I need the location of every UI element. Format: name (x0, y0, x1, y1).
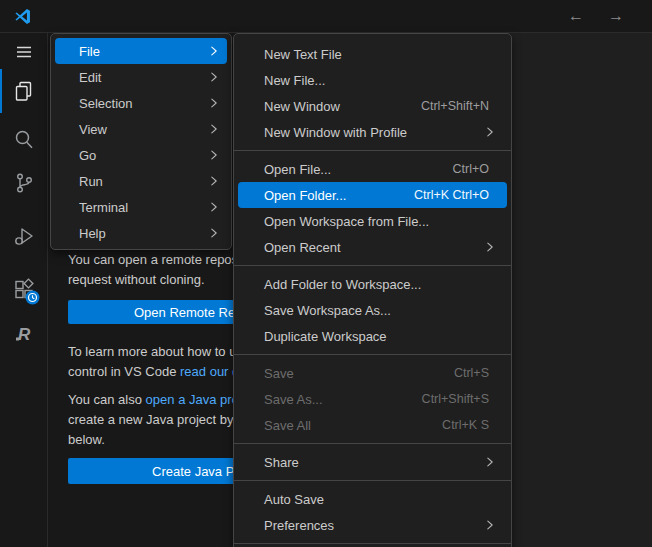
menu-item-terminal[interactable]: Terminal (55, 194, 227, 220)
menu-item-run[interactable]: Run (55, 168, 227, 194)
menu-item-label: Preferences (264, 518, 334, 533)
menu-item-label: Open Recent (264, 240, 341, 255)
menu-item-label: Edit (79, 70, 101, 85)
menu-item-label: New File... (264, 73, 325, 88)
read-our-docs-link[interactable]: read our d (180, 364, 239, 379)
chevron-right-icon (207, 174, 221, 188)
menu-item-go[interactable]: Go (55, 142, 227, 168)
menu-item-label: Open File... (264, 162, 331, 177)
submenu-item-share[interactable]: Share (238, 449, 507, 475)
menu-separator (234, 265, 511, 266)
menu-item-selection[interactable]: Selection (55, 90, 227, 116)
menu-separator (234, 480, 511, 481)
submenu-item-add-folder-to-workspace[interactable]: Add Folder to Workspace... (238, 271, 507, 297)
menu-item-edit[interactable]: Edit (55, 64, 227, 90)
extensions-update-badge (25, 290, 40, 305)
submenu-item-new-file[interactable]: New File... (238, 67, 507, 93)
submenu-item-new-window-with-profile[interactable]: New Window with Profile (238, 119, 507, 145)
text-line: control in VS Code read our d (68, 362, 239, 382)
submenu-item-open-workspace-from-file[interactable]: Open Workspace from File... (238, 208, 507, 234)
chevron-right-icon (207, 70, 221, 84)
learn-more-text: To learn more about how to u control in … (68, 342, 239, 382)
submenu-item-save-workspace-as[interactable]: Save Workspace As... (238, 297, 507, 323)
menu-item-label: Go (79, 148, 96, 163)
chevron-right-icon (207, 44, 221, 58)
chevron-right-icon (207, 96, 221, 110)
run-debug-icon[interactable] (12, 224, 36, 248)
submenu-item-new-window[interactable]: New WindowCtrl+Shift+N (238, 93, 507, 119)
menu-item-label: New Window with Profile (264, 125, 407, 140)
menu-separator (234, 543, 511, 544)
menu-item-label: Save (264, 366, 294, 381)
menu-separator (234, 443, 511, 444)
hamburger-menu-icon[interactable] (12, 40, 36, 64)
submenu-item-auto-save[interactable]: Auto Save (238, 486, 507, 512)
file-submenu: New Text FileNew File...New WindowCtrl+S… (233, 33, 512, 547)
submenu-item-preferences[interactable]: Preferences (238, 512, 507, 538)
nav-forward-button[interactable]: → (605, 5, 627, 27)
chevron-right-icon (483, 455, 497, 469)
menu-item-label: View (79, 122, 107, 137)
button-label: Open Remote Rep (134, 305, 242, 320)
text-line: You can also open a Java pro (68, 390, 239, 410)
activity-bar: R (0, 33, 48, 547)
chevron-right-icon (207, 226, 221, 240)
active-view-indicator (0, 69, 2, 113)
chevron-right-icon (207, 148, 221, 162)
explorer-icon[interactable] (12, 79, 36, 103)
submenu-item-open-file[interactable]: Open File...Ctrl+O (238, 156, 507, 182)
source-control-icon[interactable] (12, 171, 36, 195)
submenu-item-save-all[interactable]: Save AllCtrl+K S (238, 412, 507, 438)
button-label: Create Java Pr (152, 464, 239, 479)
submenu-item-open-folder[interactable]: Open Folder...Ctrl+K Ctrl+O (238, 182, 507, 208)
text-line: create a new Java project by (68, 410, 239, 430)
submenu-item-duplicate-workspace[interactable]: Duplicate Workspace (238, 323, 507, 349)
nav-back-button[interactable]: ← (565, 5, 587, 27)
menu-separator (234, 150, 511, 151)
open-java-project-link[interactable]: open a Java pro (146, 392, 239, 407)
shortcut-label: Ctrl+K Ctrl+O (414, 188, 489, 202)
chevron-right-icon (483, 518, 497, 532)
shortcut-label: Ctrl+O (453, 162, 489, 176)
menu-separator (234, 354, 511, 355)
menu-item-label: Open Folder... (264, 188, 346, 203)
java-project-text: You can also open a Java pro create a ne… (68, 390, 239, 450)
text-line: request without cloning. (68, 270, 238, 290)
vscode-logo-icon (13, 7, 32, 26)
text-line: To learn more about how to u (68, 342, 239, 362)
menu-item-file[interactable]: File (55, 38, 227, 64)
submenu-item-save[interactable]: SaveCtrl+S (238, 360, 507, 386)
shortcut-label: Ctrl+K S (442, 418, 489, 432)
extensions-icon[interactable] (12, 277, 36, 301)
menu-item-label: Save All (264, 418, 311, 433)
menu-item-label: New Window (264, 99, 340, 114)
menu-item-view[interactable]: View (55, 116, 227, 142)
submenu-item-open-recent[interactable]: Open Recent (238, 234, 507, 260)
menu-item-label: Auto Save (264, 492, 324, 507)
remote-repo-text: You can open a remote repos request with… (68, 250, 238, 290)
vscode-window: ← → (0, 0, 652, 547)
menu-item-label: Add Folder to Workspace... (264, 277, 421, 292)
menu-item-label: Save As... (264, 392, 323, 407)
menu-item-label: Duplicate Workspace (264, 329, 387, 344)
svg-text:R: R (18, 325, 31, 344)
title-bar: ← → (0, 0, 652, 33)
menu-item-label: Selection (79, 96, 132, 111)
text-line: You can open a remote repos (68, 250, 238, 270)
chevron-right-icon (207, 200, 221, 214)
menu-item-label: File (79, 44, 100, 59)
menu-item-label: Save Workspace As... (264, 303, 391, 318)
text-fragment: You can also (68, 392, 146, 407)
shortcut-label: Ctrl+Shift+S (422, 392, 489, 406)
submenu-item-new-text-file[interactable]: New Text File (238, 41, 507, 67)
menu-item-label: Open Workspace from File... (264, 214, 429, 229)
r-extension-icon[interactable]: R (12, 323, 36, 347)
menu-item-label: Share (264, 455, 299, 470)
shortcut-label: Ctrl+S (454, 366, 489, 380)
search-icon[interactable] (12, 128, 36, 152)
menu-item-help[interactable]: Help (55, 220, 227, 246)
chevron-right-icon (483, 125, 497, 139)
file-menu: FileEditSelectionViewGoRunTerminalHelp (50, 33, 232, 250)
text-line: below. (68, 430, 239, 450)
submenu-item-save-as[interactable]: Save As...Ctrl+Shift+S (238, 386, 507, 412)
